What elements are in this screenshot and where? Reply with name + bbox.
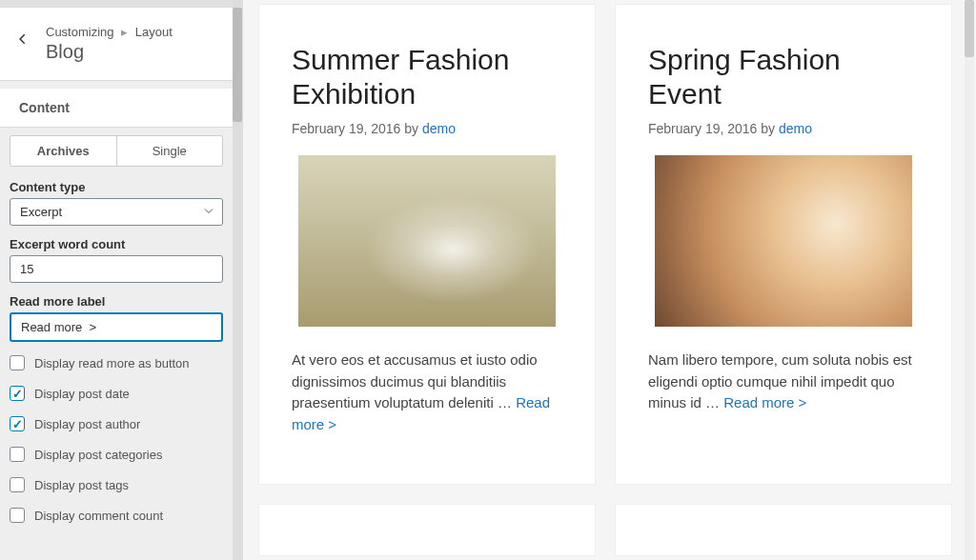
back-button[interactable]	[0, 25, 46, 46]
cb-post-categories-label: Display post categories	[34, 448, 162, 462]
cb-post-date-label: Display post date	[34, 387, 130, 401]
cb-comment-count[interactable]	[10, 508, 25, 523]
readmore-label-input[interactable]	[10, 312, 223, 342]
post-by: by	[404, 121, 418, 136]
content-tabs: Archives Single	[10, 135, 223, 167]
breadcrumb-prefix: Customizing	[46, 25, 114, 39]
cb-post-tags-label: Display post tags	[34, 478, 129, 492]
read-more-link[interactable]: Read more >	[723, 394, 806, 410]
cb-post-date[interactable]	[10, 386, 25, 401]
cb-post-author-label: Display post author	[34, 417, 140, 431]
section-content-header[interactable]: Content	[0, 89, 233, 128]
panel-header: Customizing ▸ Layout Blog	[0, 8, 233, 81]
breadcrumb-current: Layout	[135, 25, 173, 39]
content-type-select[interactable]: Excerpt	[10, 198, 223, 226]
post-card: Spring Fashion Event February 19, 2016 b…	[615, 4, 952, 485]
post-excerpt: Nam libero tempore, cum soluta nobis est…	[648, 350, 919, 414]
chevron-left-icon	[16, 32, 30, 46]
post-title[interactable]: Summer Fashion Exhibition	[292, 43, 562, 111]
post-image[interactable]	[298, 155, 556, 327]
excerpt-count-input[interactable]	[10, 255, 223, 283]
cb-readmore-button[interactable]	[10, 355, 25, 370]
cb-post-categories[interactable]	[10, 447, 25, 462]
sidebar-scrollbar-thumb[interactable]	[233, 8, 242, 122]
customizer-sidebar: Customizing ▸ Layout Blog Content Archiv…	[0, 0, 243, 560]
tab-single[interactable]: Single	[117, 136, 223, 166]
post-card-stub	[615, 504, 952, 556]
cb-post-author[interactable]	[10, 416, 25, 431]
panel-title: Blog	[46, 41, 173, 63]
breadcrumb: Customizing ▸ Layout	[46, 25, 173, 39]
post-excerpt: At vero eos et accusamus et iusto odio d…	[292, 350, 562, 435]
post-title[interactable]: Spring Fashion Event	[648, 43, 919, 111]
post-image[interactable]	[655, 155, 912, 327]
post-by: by	[761, 121, 775, 136]
post-card: Summer Fashion Exhibition February 19, 2…	[258, 4, 596, 485]
post-meta: February 19, 2016 by demo	[648, 121, 919, 136]
cb-comment-count-label: Display comment count	[34, 509, 163, 523]
post-author-link[interactable]: demo	[422, 121, 456, 136]
excerpt-text: At vero eos et accusamus et iusto odio d…	[292, 351, 538, 410]
breadcrumb-sep: ▸	[121, 25, 128, 39]
preview-scrollbar-thumb[interactable]	[965, 0, 974, 57]
post-date: February 19, 2016	[292, 121, 400, 136]
post-author-link[interactable]: demo	[779, 121, 812, 136]
content-type-label: Content type	[10, 180, 223, 194]
sidebar-scrollbar[interactable]	[233, 0, 242, 560]
post-date: February 19, 2016	[648, 121, 757, 136]
top-bar	[0, 0, 233, 8]
chevron-down-icon	[203, 205, 214, 219]
tab-archives[interactable]: Archives	[10, 136, 117, 166]
cb-readmore-button-label: Display read more as button	[34, 356, 190, 370]
preview-pane: Summer Fashion Exhibition February 19, 2…	[243, 0, 976, 560]
preview-scrollbar[interactable]	[965, 0, 974, 560]
excerpt-count-label: Excerpt word count	[10, 237, 223, 251]
cb-post-tags[interactable]	[10, 477, 25, 492]
post-meta: February 19, 2016 by demo	[292, 121, 562, 136]
post-card-stub	[258, 504, 596, 556]
readmore-label-label: Read more label	[10, 294, 223, 309]
content-type-value: Excerpt	[20, 205, 62, 219]
